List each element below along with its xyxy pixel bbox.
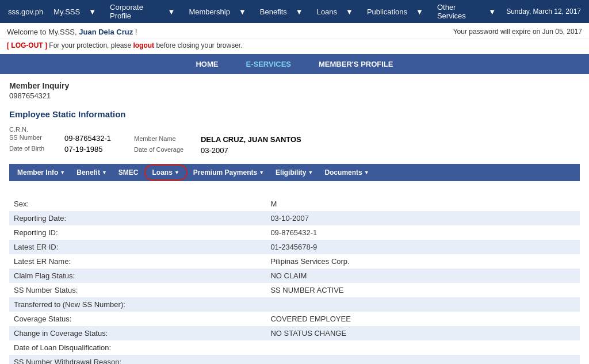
employee-static-title: Employee Static Information	[9, 109, 580, 119]
coverage-row: Date of Coverage 03-2007	[134, 146, 301, 155]
top-navigation: sss.gov.ph My.SSS ▼ Corporate Profile ▼ …	[0, 0, 589, 23]
subnav-members-profile[interactable]: MEMBER'S PROFILE	[305, 54, 407, 74]
row-label: Latest ER Name:	[9, 254, 266, 269]
tab-loans[interactable]: Loans ▼	[144, 164, 188, 181]
table-row: SS Number Withdrawal Reason:	[9, 355, 580, 364]
logout-message: For your protection, please	[49, 41, 133, 49]
ss-number-label: SS Number	[9, 134, 55, 143]
row-label: Sex:	[9, 197, 266, 211]
main-content: Member Inquiry 0987654321 Employee Stati…	[0, 74, 589, 364]
table-row: Latest ER ID:01-2345678-9	[9, 240, 580, 254]
date-display: Sunday, March 12, 2017	[503, 7, 584, 16]
employee-info-section: C.R.N. SS Number 09-8765432-1 Date of Bi…	[9, 126, 580, 155]
table-row: Latest ER Name:Pilipinas Services Corp.	[9, 254, 580, 269]
welcome-username: Juan Dela Cruz	[79, 28, 133, 36]
logout-button[interactable]: LOG-OUT	[11, 41, 43, 49]
tab-bar: Member Info ▼ Benefit ▼ SMEC Loans ▼ Pre…	[9, 164, 580, 181]
table-row: Transferred to (New SS Number):	[9, 297, 580, 312]
table-header-cell: Member Details	[9, 181, 580, 197]
table-row: Change in Coverage Status:NO STATUS CHAN…	[9, 326, 580, 340]
welcome-bar: Welcome to My.SSS, Juan Dela Cruz ! Your…	[0, 23, 589, 39]
nav-benefits[interactable]: Benefits ▼	[253, 0, 310, 23]
table-row: Claim Flag Status:NO CLAIM	[9, 269, 580, 283]
nav-membership[interactable]: Membership ▼	[182, 0, 253, 23]
tab-benefit[interactable]: Benefit ▼	[71, 164, 113, 181]
publications-dropdown-arrow: ▼	[412, 7, 427, 16]
table-header: Member Details	[9, 181, 580, 197]
nav-mysss[interactable]: My.SSS ▼	[47, 0, 103, 23]
nav-loans[interactable]: Loans ▼	[310, 0, 360, 23]
row-label: Reporting Date:	[9, 211, 266, 225]
row-label: Coverage Status:	[9, 312, 266, 326]
welcome-left: Welcome to My.SSS, Juan Dela Cruz !	[7, 28, 137, 36]
employee-info-left: C.R.N. SS Number 09-8765432-1 Date of Bi…	[9, 126, 111, 155]
ss-number-value: 09-8765432-1	[64, 134, 111, 143]
tab-eligibility[interactable]: Eligibility ▼	[270, 164, 319, 181]
logout-link-inline[interactable]: logout	[133, 41, 154, 49]
welcome-exclamation: !	[135, 28, 137, 36]
row-label: Latest ER ID:	[9, 240, 266, 254]
ss-number-row: SS Number 09-8765432-1	[9, 134, 111, 143]
membership-dropdown-arrow: ▼	[235, 7, 250, 16]
coverage-label: Date of Coverage	[134, 146, 192, 155]
premium-payments-arrow: ▼	[259, 170, 264, 175]
table-row: Reporting Date:03-10-2007	[9, 211, 580, 225]
table-row: Coverage Status:COVERED EMPLOYEE	[9, 312, 580, 326]
loans-tab-arrow: ▼	[174, 170, 179, 175]
logout-bracket-close: ]	[45, 41, 47, 49]
row-value: M	[266, 197, 580, 211]
row-label: Change in Coverage Status:	[9, 326, 266, 340]
documents-arrow: ▼	[364, 170, 369, 175]
member-details-rows: Sex:MReporting Date:03-10-2007Reporting …	[9, 197, 580, 364]
member-name-value: DELA CRUZ, JUAN SANTOS	[201, 135, 301, 144]
nav-other-services[interactable]: Other Services ▼	[430, 0, 503, 23]
sub-navigation: HOME E-SERVICES MEMBER'S PROFILE	[0, 54, 589, 74]
row-label: Reporting ID:	[9, 225, 266, 240]
member-inquiry-id: 0987654321	[9, 91, 580, 100]
loans-dropdown-arrow: ▼	[342, 7, 357, 16]
row-value: COVERED EMPLOYEE	[266, 312, 580, 326]
corporate-dropdown-arrow: ▼	[165, 7, 179, 16]
table-row: Sex:M	[9, 197, 580, 211]
row-value: NO STATUS CHANGE	[266, 326, 580, 340]
row-label: SS Number Withdrawal Reason:	[9, 355, 266, 364]
benefits-dropdown-arrow: ▼	[292, 7, 307, 16]
row-value	[266, 340, 580, 355]
benefit-arrow: ▼	[102, 170, 107, 175]
row-value: 09-8765432-1	[266, 225, 580, 240]
nav-corporate-profile[interactable]: Corporate Profile ▼	[103, 0, 182, 23]
logout-bar: [ LOG-OUT ] For your protection, please …	[0, 39, 589, 54]
row-value: NO CLAIM	[266, 269, 580, 283]
row-value: SS NUMBER ACTIVE	[266, 283, 580, 297]
nav-site-link[interactable]: sss.gov.ph	[5, 0, 47, 23]
tab-premium-payments[interactable]: Premium Payments ▼	[188, 164, 270, 181]
table-row: Reporting ID:09-8765432-1	[9, 225, 580, 240]
member-details-table: Member Details	[9, 181, 580, 197]
tab-documents[interactable]: Documents ▼	[319, 164, 374, 181]
member-inquiry-title: Member Inquiry	[9, 81, 580, 90]
logout-bracket-open: [	[7, 41, 9, 49]
member-name-row: Member Name DELA CRUZ, JUAN SANTOS	[134, 135, 301, 144]
tab-member-info[interactable]: Member Info ▼	[12, 164, 71, 181]
row-value: 01-2345678-9	[266, 240, 580, 254]
row-label: SS Number Status:	[9, 283, 266, 297]
row-label: Claim Flag Status:	[9, 269, 266, 283]
member-info-arrow: ▼	[60, 170, 65, 175]
welcome-text: Welcome to My.SSS,	[7, 28, 77, 36]
row-label: Date of Loan Disqualification:	[9, 340, 266, 355]
row-value: 03-10-2007	[266, 211, 580, 225]
row-value: Pilipinas Services Corp.	[266, 254, 580, 269]
nav-publications[interactable]: Publications ▼	[360, 0, 430, 23]
dob-value: 07-19-1985	[64, 145, 103, 154]
subnav-home[interactable]: HOME	[182, 54, 232, 74]
member-name-label: Member Name	[134, 135, 192, 144]
mysss-dropdown-arrow: ▼	[85, 7, 100, 16]
coverage-value: 03-2007	[201, 146, 228, 155]
subnav-eservices[interactable]: E-SERVICES	[232, 54, 305, 74]
row-value	[266, 355, 580, 364]
logout-message2: before closing your browser.	[156, 41, 242, 49]
tab-smec[interactable]: SMEC	[113, 164, 144, 181]
dob-label: Date of Birth	[9, 145, 55, 154]
row-label: Transferred to (New SS Number):	[9, 297, 266, 312]
table-row: SS Number Status:SS NUMBER ACTIVE	[9, 283, 580, 297]
